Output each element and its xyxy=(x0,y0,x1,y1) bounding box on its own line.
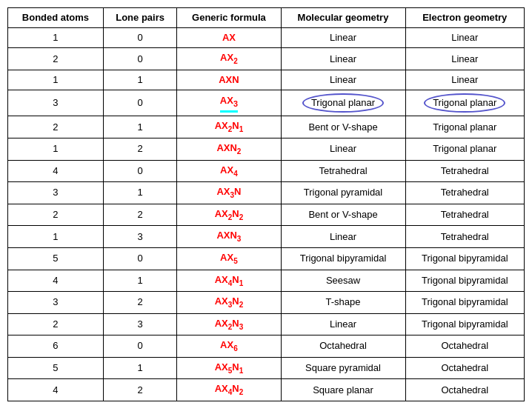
bonded-atoms-cell: 2 xyxy=(8,204,104,226)
generic-formula-cell: AXN xyxy=(177,70,281,90)
lone-pairs-cell: 0 xyxy=(103,90,176,116)
bonded-atoms-cell: 4 xyxy=(8,160,104,182)
molecular-geometry-cell: Linear xyxy=(281,138,405,160)
lone-pairs-cell: 1 xyxy=(103,182,176,204)
generic-formula-cell: AX xyxy=(177,28,281,48)
lone-pairs-cell: 1 xyxy=(103,116,176,138)
lone-pairs-cell: 0 xyxy=(103,28,176,48)
col-header-mol-geo: Molecular geometry xyxy=(281,8,405,28)
generic-formula-cell: AXN3 xyxy=(177,226,281,248)
electron-geometry-cell: Trigonal bipyramidal xyxy=(405,313,525,335)
molecular-geometry-cell: Linear xyxy=(281,28,405,48)
lone-pairs-cell: 1 xyxy=(103,270,176,292)
lone-pairs-cell: 2 xyxy=(103,204,176,226)
electron-geometry-cell: Trigonal planar xyxy=(405,116,525,138)
molecular-geometry-cell: Linear xyxy=(281,70,405,90)
molecular-geometry-cell: Bent or V-shape xyxy=(281,204,405,226)
molecular-geometry-cell: Linear xyxy=(281,226,405,248)
generic-formula-cell: AX3N2 xyxy=(177,292,281,314)
generic-formula-cell: AX2N2 xyxy=(177,204,281,226)
vsepr-table: Bonded atoms Lone pairs Generic formula … xyxy=(7,7,525,401)
lone-pairs-cell: 2 xyxy=(103,292,176,314)
electron-geometry-cell: Linear xyxy=(405,70,525,90)
molecular-geometry-cell: Square pyramidal xyxy=(281,357,405,379)
molecular-geometry-cell: Bent or V-shape xyxy=(281,116,405,138)
bonded-atoms-cell: 1 xyxy=(8,28,104,48)
molecular-geometry-cell: Trigonal pyramidal xyxy=(281,182,405,204)
electron-geometry-cell: Linear xyxy=(405,28,525,48)
bonded-atoms-cell: 5 xyxy=(8,247,104,270)
bonded-atoms-cell: 2 xyxy=(8,116,104,138)
bonded-atoms-cell: 1 xyxy=(8,138,104,160)
electron-geometry-cell: Trigonal bipyramidal xyxy=(405,292,525,314)
lone-pairs-cell: 1 xyxy=(103,70,176,90)
lone-pairs-cell: 0 xyxy=(103,335,176,358)
col-header-bonded: Bonded atoms xyxy=(8,8,104,28)
molecular-geometry-cell: Seesaw xyxy=(281,270,405,292)
electron-geometry-cell: Trigonal planar xyxy=(405,90,525,116)
generic-formula-cell: AX2N1 xyxy=(177,116,281,138)
molecular-geometry-cell: Trigonal planar xyxy=(281,90,405,116)
bonded-atoms-cell: 1 xyxy=(8,226,104,248)
electron-geometry-cell: Tetrahedral xyxy=(405,160,525,182)
bonded-atoms-cell: 4 xyxy=(8,379,104,401)
generic-formula-cell: AX4N2 xyxy=(177,379,281,401)
bonded-atoms-cell: 3 xyxy=(8,90,104,116)
bonded-atoms-cell: 4 xyxy=(8,270,104,292)
molecular-geometry-cell: Square planar xyxy=(281,379,405,401)
bonded-atoms-cell: 1 xyxy=(8,70,104,90)
bonded-atoms-cell: 3 xyxy=(8,292,104,314)
generic-formula-cell: AX5N1 xyxy=(177,357,281,379)
molecular-geometry-cell: Trigonal bipyramidal xyxy=(281,247,405,270)
bonded-atoms-cell: 6 xyxy=(8,335,104,358)
molecular-geometry-cell: Octahedral xyxy=(281,335,405,358)
lone-pairs-cell: 0 xyxy=(103,247,176,270)
molecular-geometry-cell: T-shape xyxy=(281,292,405,314)
col-header-elec-geo: Electron geometry xyxy=(405,8,525,28)
generic-formula-cell: AX4N1 xyxy=(177,270,281,292)
molecular-geometry-cell: Linear xyxy=(281,48,405,70)
generic-formula-cell: AX3 xyxy=(177,90,281,116)
lone-pairs-cell: 0 xyxy=(103,160,176,182)
generic-formula-cell: AX3N xyxy=(177,182,281,204)
electron-geometry-cell: Octahedral xyxy=(405,335,525,358)
electron-geometry-cell: Octahedral xyxy=(405,357,525,379)
lone-pairs-cell: 3 xyxy=(103,226,176,248)
electron-geometry-cell: Trigonal planar xyxy=(405,138,525,160)
generic-formula-cell: AX4 xyxy=(177,160,281,182)
col-header-lone: Lone pairs xyxy=(103,8,176,28)
col-header-formula: Generic formula xyxy=(177,8,281,28)
bonded-atoms-cell: 5 xyxy=(8,357,104,379)
electron-geometry-cell: Octahedral xyxy=(405,379,525,401)
generic-formula-cell: AX2 xyxy=(177,48,281,70)
lone-pairs-cell: 0 xyxy=(103,48,176,70)
bonded-atoms-cell: 2 xyxy=(8,48,104,70)
generic-formula-cell: AXN2 xyxy=(177,138,281,160)
electron-geometry-cell: Tetrahedral xyxy=(405,226,525,248)
electron-geometry-cell: Tetrahedral xyxy=(405,182,525,204)
generic-formula-cell: AX6 xyxy=(177,335,281,358)
bonded-atoms-cell: 2 xyxy=(8,313,104,335)
electron-geometry-cell: Trigonal bipyramidal xyxy=(405,247,525,270)
lone-pairs-cell: 3 xyxy=(103,313,176,335)
lone-pairs-cell: 2 xyxy=(103,379,176,401)
bonded-atoms-cell: 3 xyxy=(8,182,104,204)
electron-geometry-cell: Trigonal bipyramidal xyxy=(405,270,525,292)
molecular-geometry-cell: Tetrahedral xyxy=(281,160,405,182)
electron-geometry-cell: Tetrahedral xyxy=(405,204,525,226)
generic-formula-cell: AX2N3 xyxy=(177,313,281,335)
lone-pairs-cell: 2 xyxy=(103,138,176,160)
molecular-geometry-cell: Linear xyxy=(281,313,405,335)
lone-pairs-cell: 1 xyxy=(103,357,176,379)
electron-geometry-cell: Linear xyxy=(405,48,525,70)
generic-formula-cell: AX5 xyxy=(177,247,281,270)
